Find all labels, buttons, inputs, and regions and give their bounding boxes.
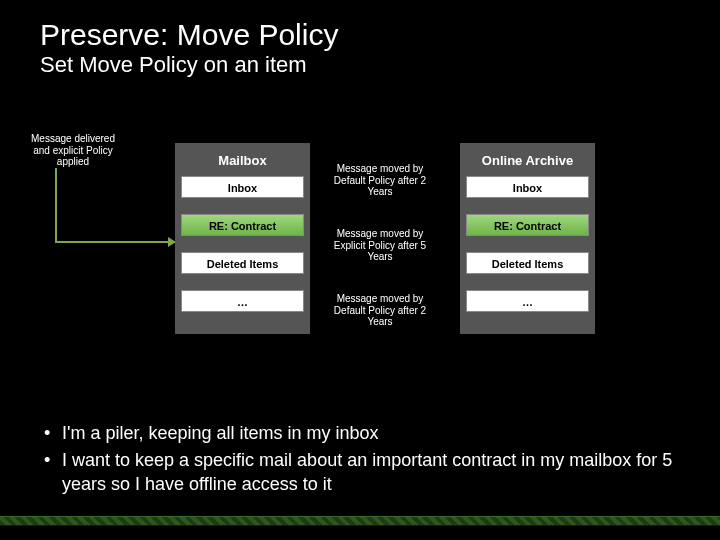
annotation-move-explicit: Message moved by Explicit Policy after 5…: [325, 228, 435, 263]
policy-diagram: Message delivered and explicit Policy ap…: [0, 118, 720, 398]
annotation-move-default-1: Message moved by Default Policy after 2 …: [325, 163, 435, 198]
slide-subtitle: Set Move Policy on an item: [0, 52, 720, 78]
archive-item-contract: RE: Contract: [466, 214, 589, 236]
mailbox-item-deleted: Deleted Items: [181, 252, 304, 274]
archive-item-deleted: Deleted Items: [466, 252, 589, 274]
connector-line-vertical: [55, 168, 75, 243]
archive-column: Online Archive Inbox RE: Contract Delete…: [460, 143, 595, 334]
annotation-delivered: Message delivered and explicit Policy ap…: [28, 133, 118, 168]
archive-item-more: …: [466, 290, 589, 312]
slide-title: Preserve: Move Policy: [0, 0, 720, 52]
mailbox-item-inbox: Inbox: [181, 176, 304, 198]
bullet-list: I'm a piler, keeping all items in my inb…: [0, 398, 720, 496]
bullet-item: I'm a piler, keeping all items in my inb…: [40, 422, 680, 445]
mailbox-item-more: …: [181, 290, 304, 312]
footer-decoration: [0, 516, 720, 526]
mailbox-header: Mailbox: [181, 149, 304, 176]
mailbox-item-contract: RE: Contract: [181, 214, 304, 236]
annotation-move-default-2: Message moved by Default Policy after 2 …: [325, 293, 435, 328]
mailbox-column: Mailbox Inbox RE: Contract Deleted Items…: [175, 143, 310, 334]
connector-arrow: [73, 241, 175, 243]
bullet-item: I want to keep a specific mail about an …: [40, 449, 680, 496]
archive-header: Online Archive: [466, 149, 589, 176]
archive-item-inbox: Inbox: [466, 176, 589, 198]
